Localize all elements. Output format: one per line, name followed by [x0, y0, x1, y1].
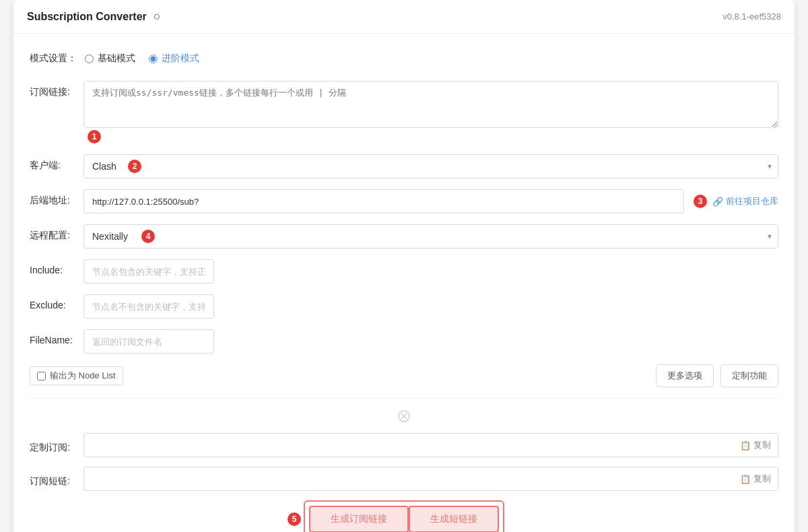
short-link-row: 订阅短链: 📋 复制 [30, 467, 778, 491]
remote-config-control: Nexitally ACL4SSR Online tachyonic/ACL4S… [83, 224, 778, 248]
more-options-button[interactable]: 更多选项 [656, 364, 714, 387]
step-badge-3: 3 [694, 195, 707, 208]
link-icon: 🔗 [712, 197, 723, 207]
filename-control [83, 329, 778, 354]
short-link-input[interactable] [91, 474, 740, 484]
action-buttons: 5 生成订阅链接 生成短链接 ☁ 上传配置 📱 一键导入 Clash ⊙ 从 U… [30, 500, 778, 532]
generate-buttons-wrapper: 5 生成订阅链接 生成短链接 [304, 500, 504, 532]
client-control: Clash Surge 3 Surge 4 Quantumult Quantum… [83, 154, 778, 178]
exclude-label: Exclude: [30, 294, 75, 310]
filename-row: FileName: [30, 329, 778, 354]
filename-input[interactable] [83, 329, 214, 354]
divider-icon [30, 409, 778, 426]
short-link-wrapper: 📋 复制 [83, 467, 778, 491]
generate-buttons-group: 生成订阅链接 生成短链接 [304, 500, 504, 532]
custom-sub-wrapper: 📋 复制 [83, 433, 778, 457]
mode-label: 模式设置： [30, 47, 77, 65]
generate-sub-button[interactable]: 生成订阅链接 [309, 506, 409, 532]
exclude-row: Exclude: [30, 294, 778, 319]
backend-repo-link[interactable]: 🔗 前往项目仓库 [712, 195, 778, 207]
include-control [83, 259, 778, 284]
step-badge-2: 2 [128, 160, 141, 173]
copy-icon-1: 📋 [740, 440, 751, 451]
app-title: Subscription Converter [27, 11, 147, 23]
custom-sub-label: 定制订阅: [30, 436, 75, 454]
client-label: 客户端: [30, 154, 75, 172]
remote-config-label: 远程配置: [30, 224, 75, 242]
subscription-url-row: 订阅链接: 1 [30, 81, 778, 143]
client-select[interactable]: Clash Surge 3 Surge 4 Quantumult Quantum… [83, 154, 778, 178]
extra-buttons: 更多选项 定制功能 [656, 364, 778, 387]
backend-input[interactable] [83, 189, 684, 213]
custom-func-button[interactable]: 定制功能 [720, 364, 778, 387]
filename-label: FileName: [30, 329, 75, 345]
custom-sub-row: 定制订阅: 📋 复制 [30, 433, 778, 457]
short-link-label: 订阅短链: [30, 470, 75, 488]
mode-row: 模式设置： 基础模式 进阶模式 [30, 47, 778, 70]
backend-control: 3 🔗 前往项目仓库 [83, 189, 778, 213]
backend-row: 后端地址: 3 🔗 前往项目仓库 [30, 189, 778, 213]
custom-sub-input[interactable] [91, 440, 740, 451]
mode-basic[interactable]: 基础模式 [85, 53, 135, 65]
node-list-checkbox[interactable] [37, 372, 46, 380]
include-input[interactable] [83, 259, 214, 284]
node-list-checkbox-label[interactable]: 输出为 Node List [30, 366, 123, 385]
subscription-url-input[interactable] [83, 81, 778, 128]
include-label: Include: [30, 259, 75, 275]
generate-short-button[interactable]: 生成短链接 [409, 506, 499, 532]
mode-options: 基础模式 进阶模式 [85, 47, 778, 70]
client-row: 客户端: Clash Surge 3 Surge 4 Quantumult Qu… [30, 154, 778, 178]
step-badge-1: 1 [88, 130, 101, 143]
mode-advanced[interactable]: 进阶模式 [149, 53, 199, 65]
options-row: 输出为 Node List 更多选项 定制功能 [30, 364, 778, 387]
backend-label: 后端地址: [30, 189, 75, 207]
remote-config-select[interactable]: Nexitally ACL4SSR Online tachyonic/ACL4S… [83, 224, 778, 248]
short-link-copy-btn[interactable]: 📋 复制 [740, 473, 771, 485]
version-label: v0.8.1-eef5328 [722, 11, 781, 22]
exclude-control [83, 294, 778, 319]
exclude-input[interactable] [83, 294, 214, 319]
app-header: Subscription Converter ○ v0.8.1-eef5328 [13, 0, 795, 34]
subscription-url-label: 订阅链接: [30, 81, 75, 98]
subscription-url-control: 1 [83, 81, 778, 143]
copy-icon-2: 📋 [740, 474, 751, 484]
github-icon[interactable]: ○ [154, 9, 161, 24]
step-badge-4: 4 [141, 230, 155, 243]
section-divider [30, 398, 778, 399]
include-row: Include: [30, 259, 778, 284]
step-badge-5: 5 [288, 512, 301, 526]
custom-sub-copy-btn[interactable]: 📋 复制 [740, 439, 771, 451]
remote-config-row: 远程配置: Nexitally ACL4SSR Online tachyonic… [30, 224, 778, 248]
